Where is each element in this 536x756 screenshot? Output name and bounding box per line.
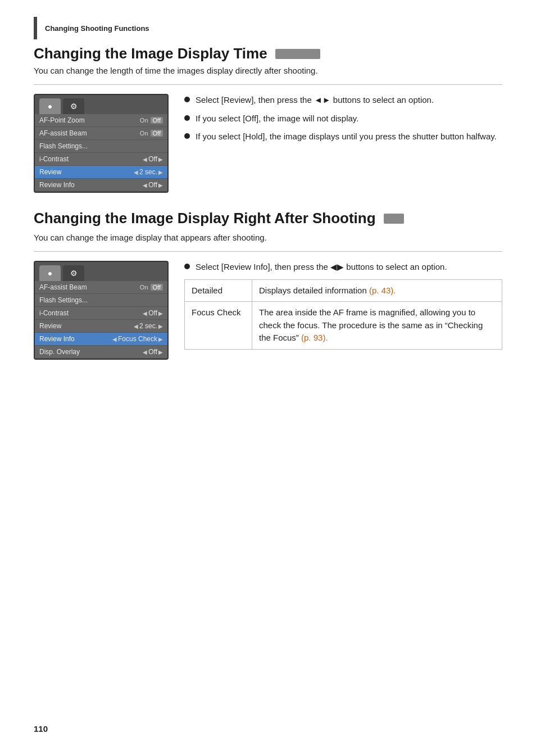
- section2-title-bar: [384, 214, 404, 224]
- section1-bullet3: If you select [Hold], the image displays…: [184, 130, 502, 143]
- section1-bullets: Select [Review], then press the ◄► butto…: [184, 94, 502, 149]
- menu1-tab-settings: ⚙: [63, 98, 84, 114]
- camera-icon: ●: [48, 102, 52, 111]
- menu2-item-icontrast: i-Contrast ◀ Off ▶: [35, 307, 167, 320]
- menu2-items: AF-assist Beam On Off Flash Settings... …: [35, 281, 167, 359]
- menu1-tab-camera: ●: [39, 98, 61, 114]
- table-cell-focuscheck-desc: The area inside the AF frame is magnifie…: [252, 302, 502, 350]
- bullet-dot: [184, 97, 190, 102]
- section1-bullet1: Select [Review], then press the ◄► butto…: [184, 94, 502, 107]
- menu1-items: AF-Point Zoom On Off AF-assist Beam On O…: [35, 114, 167, 192]
- arrow-lr-icon: ◀▶: [330, 262, 344, 271]
- breadcrumb: Changing Shooting Functions: [45, 24, 149, 33]
- menu1-item-flash: Flash Settings...: [35, 140, 167, 153]
- settings-icon: ⚙: [70, 102, 78, 111]
- menu2-tab-settings: ⚙: [63, 265, 84, 281]
- section2-right: Select [Review Info], then press the ◀▶ …: [184, 261, 502, 350]
- section2-table: Detailed Displays detailed information (…: [184, 279, 502, 350]
- menu2-item-flash: Flash Settings...: [35, 294, 167, 307]
- menu2-item-afbeam: AF-assist Beam On Off: [35, 281, 167, 294]
- bullet-dot: [184, 264, 190, 269]
- menu1-item-afbeam: AF-assist Beam On Off: [35, 127, 167, 140]
- section2-content: ● ⚙ AF-assist Beam On Off: [34, 261, 502, 360]
- section1-title-bar: [275, 49, 320, 59]
- menu2-item-reviewinfo: Review Info ◀ Focus Check ▶: [35, 333, 167, 346]
- table-row-focuscheck: Focus Check The area inside the AF frame…: [185, 302, 502, 350]
- top-bar: Changing Shooting Functions: [34, 17, 502, 39]
- menu2-item-dispoverlay: Disp. Overlay ◀ Off ▶: [35, 346, 167, 359]
- table-cell-detailed-label: Detailed: [185, 279, 252, 302]
- section1-desc: You can change the length of time the im…: [34, 66, 502, 75]
- section2-menu-mockup: ● ⚙ AF-assist Beam On Off: [34, 261, 169, 360]
- menu1-item-reviewinfo: Review Info ◀ Off ▶: [35, 179, 167, 192]
- bullet-dot: [184, 133, 190, 139]
- menu1-item-icontrast: i-Contrast ◀ Off ▶: [35, 153, 167, 166]
- settings-icon2: ⚙: [70, 269, 78, 278]
- camera-icon2: ●: [48, 269, 52, 278]
- section1-divider: [34, 84, 502, 85]
- top-bar-accent: [34, 17, 37, 39]
- menu2-tabs: ● ⚙: [35, 262, 167, 281]
- section2-title: Changing the Image Display Right After S…: [34, 210, 502, 227]
- section1-title: Changing the Image Display Time: [34, 45, 502, 62]
- menu2-item-review: Review ◀ 2 sec. ▶: [35, 320, 167, 333]
- table-row-detailed: Detailed Displays detailed information (…: [185, 279, 502, 302]
- table-cell-focuscheck-label: Focus Check: [185, 302, 252, 350]
- section1-content: ● ⚙ AF-Point Zoom On Off A: [34, 94, 502, 193]
- section2-divider: [34, 251, 502, 252]
- menu1-item-review: Review ◀ 2 sec. ▶: [35, 166, 167, 179]
- section1-menu-mockup: ● ⚙ AF-Point Zoom On Off A: [34, 94, 169, 193]
- page-number: 110: [34, 724, 48, 734]
- menu1-tabs: ● ⚙: [35, 95, 167, 114]
- section2-bullet1: Select [Review Info], then press the ◀▶ …: [184, 261, 502, 274]
- section2-desc: You can change the image display that ap…: [34, 233, 502, 242]
- bullet-dot: [184, 115, 190, 121]
- menu1-item-afzoom: AF-Point Zoom On Off: [35, 114, 167, 127]
- section1-bullet2: If you select [Off], the image will not …: [184, 112, 502, 125]
- menu2-tab-camera: ●: [39, 265, 61, 281]
- table-cell-detailed-desc: Displays detailed information (p. 43).: [252, 279, 502, 302]
